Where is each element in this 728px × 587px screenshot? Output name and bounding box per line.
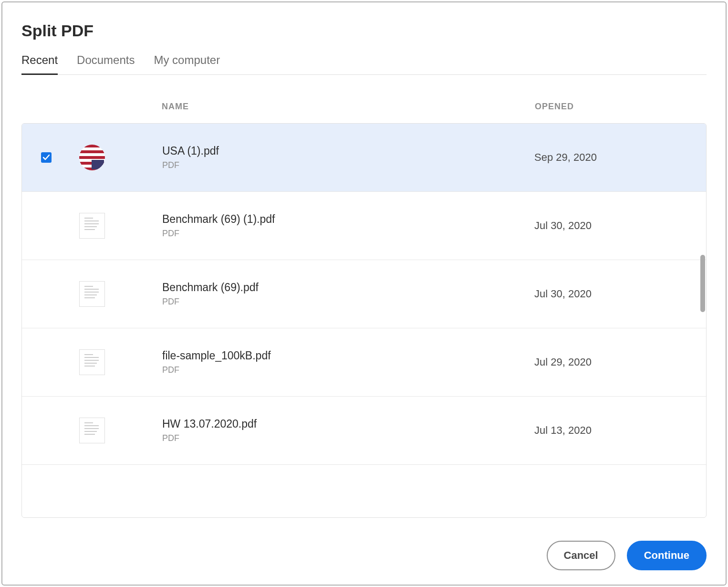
- checkbox-checked-icon[interactable]: [41, 152, 52, 163]
- file-name: HW 13.07.2020.pdf: [162, 418, 534, 430]
- split-pdf-dialog: Split PDF Recent Documents My computer N…: [1, 1, 727, 586]
- file-opened-date: Sep 29, 2020: [534, 151, 697, 164]
- file-name: Benchmark (69).pdf: [162, 281, 534, 294]
- file-type: PDF: [162, 365, 534, 375]
- file-row[interactable]: HW 13.07.2020.pdf PDF Jul 13, 2020: [22, 397, 706, 465]
- file-opened-date: Jul 29, 2020: [534, 356, 697, 368]
- tab-my-computer[interactable]: My computer: [154, 53, 220, 74]
- column-headers: NAME OPENED: [21, 75, 707, 123]
- file-type: PDF: [162, 160, 534, 170]
- file-type: PDF: [162, 229, 534, 239]
- continue-button[interactable]: Continue: [627, 541, 707, 570]
- file-name: file-sample_100kB.pdf: [162, 349, 534, 362]
- tab-bar: Recent Documents My computer: [21, 53, 707, 75]
- dialog-footer: Cancel Continue: [21, 518, 707, 570]
- column-header-name: NAME: [162, 102, 535, 112]
- file-thumbnail-icon: [79, 349, 105, 375]
- file-thumbnail-icon: [79, 281, 105, 307]
- file-thumbnail-icon: [79, 213, 105, 239]
- file-opened-date: Jul 30, 2020: [534, 220, 697, 232]
- column-header-opened: OPENED: [535, 102, 707, 112]
- file-type: PDF: [162, 297, 534, 307]
- dialog-title: Split PDF: [21, 21, 707, 40]
- file-thumbnail-icon: [79, 418, 105, 443]
- file-opened-date: Jul 30, 2020: [534, 288, 697, 300]
- file-row[interactable]: file-sample_100kB.pdf PDF Jul 29, 2020: [22, 328, 706, 397]
- cancel-button[interactable]: Cancel: [547, 541, 615, 570]
- file-row[interactable]: Benchmark (69).pdf PDF Jul 30, 2020: [22, 260, 706, 328]
- file-type: PDF: [162, 433, 534, 443]
- scrollbar-thumb[interactable]: [700, 255, 705, 312]
- file-name: USA (1).pdf: [162, 145, 534, 157]
- tab-documents[interactable]: Documents: [77, 53, 135, 74]
- file-list: USA (1).pdf PDF Sep 29, 2020 Benchmark (…: [21, 123, 707, 518]
- file-name: Benchmark (69) (1).pdf: [162, 213, 534, 226]
- file-row[interactable]: USA (1).pdf PDF Sep 29, 2020: [22, 124, 706, 192]
- tab-recent[interactable]: Recent: [21, 53, 58, 74]
- file-row[interactable]: Benchmark (69) (1).pdf PDF Jul 30, 2020: [22, 192, 706, 260]
- file-opened-date: Jul 13, 2020: [534, 424, 697, 437]
- file-thumbnail-icon: [79, 145, 105, 170]
